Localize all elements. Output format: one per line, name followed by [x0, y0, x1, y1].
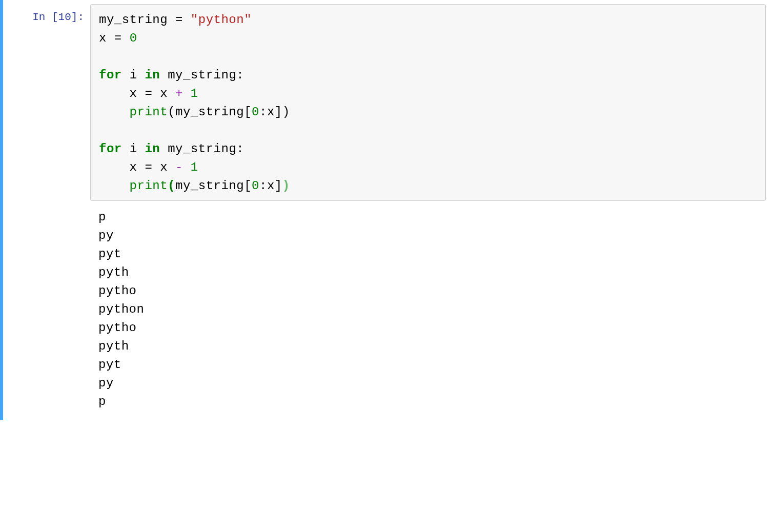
notebook-cell: In [10]: my_string = "python" x = 0 for … [0, 0, 774, 420]
code-output: p py pyt pyth pytho python pytho pyth py… [90, 201, 766, 416]
cell-body: my_string = "python" x = 0 for i in my_s… [90, 4, 774, 416]
code-input[interactable]: my_string = "python" x = 0 for i in my_s… [90, 4, 766, 201]
input-prompt: In [10]: [3, 4, 90, 416]
